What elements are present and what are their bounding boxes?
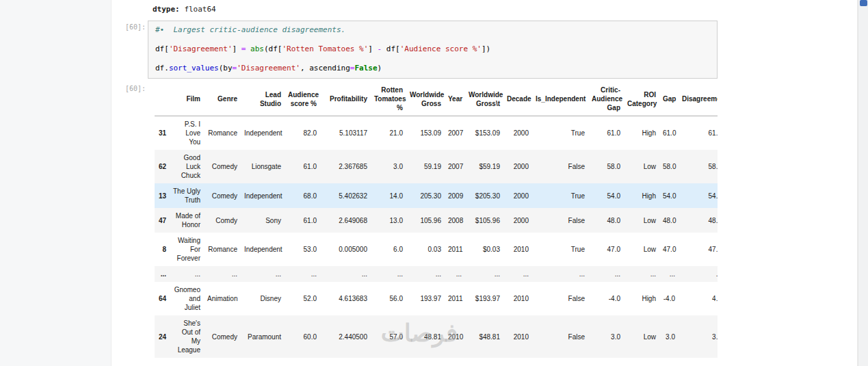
code-token: ]	[233, 44, 241, 53]
column-header: Decade	[503, 82, 532, 116]
table-cell: ...	[320, 266, 371, 282]
table-cell: 4.0	[679, 282, 718, 315]
table-cell: ...	[659, 266, 679, 282]
column-header: Lead Studio	[241, 82, 285, 116]
code-token: 'Rotten Tomatoes %'	[282, 44, 368, 53]
table-cell: 5.402632	[320, 183, 371, 208]
table-cell: 2000	[503, 208, 532, 233]
table-cell: 82.0	[285, 116, 320, 151]
row-index: 8	[155, 233, 170, 266]
table-cell: 47.0	[679, 233, 718, 266]
column-header: Audience score %	[285, 82, 320, 116]
table-cell: $193.97	[465, 282, 503, 315]
table-cell: 0.03	[406, 233, 445, 266]
dataframe-table: FilmGenreLead StudioAudience score %Prof…	[155, 82, 718, 358]
dtype-value: float64	[184, 5, 215, 14]
table-cell: P.S. I Love You	[170, 116, 204, 151]
row-index: 62	[155, 150, 170, 183]
table-cell: 4.613683	[320, 282, 371, 315]
table-cell: ...	[624, 266, 659, 282]
code-editor[interactable]: #• Largest critic-audience disagreements…	[148, 21, 718, 79]
table-cell: Paramount	[241, 315, 285, 358]
table-cell: 54.0	[679, 183, 718, 208]
column-header: Year	[445, 82, 465, 116]
table-cell: 52.0	[285, 282, 320, 315]
table-cell: Good Luck Chuck	[170, 150, 204, 183]
index-column-header	[155, 82, 170, 116]
column-header: ROI Category	[624, 82, 659, 116]
table-row: 13The Ugly TruthComedyIndependent68.05.4…	[155, 183, 718, 208]
table-cell: The Ugly Truth	[170, 183, 204, 208]
table-cell: Comedy	[204, 183, 241, 208]
table-cell: 193.97	[406, 282, 445, 315]
column-header: Rotten Tomatoes %	[371, 82, 406, 116]
table-cell: Gnomeo and Juliet	[170, 282, 204, 315]
table-cell: Low	[624, 150, 659, 183]
table-cell: 153.09	[406, 116, 445, 151]
table-cell: 205.30	[406, 183, 445, 208]
table-cell: 2009	[445, 183, 465, 208]
table-cell: Comdy	[204, 208, 241, 233]
table-cell: $59.19	[465, 150, 503, 183]
code-token: 'Disagreement'	[237, 64, 300, 73]
table-cell: 2008	[445, 208, 465, 233]
code-token: sort_values	[169, 64, 219, 73]
table-cell: 53.0	[285, 233, 320, 266]
vertical-scrollbar[interactable]	[858, 0, 868, 366]
table-cell: Comedy	[204, 315, 241, 358]
table-cell: ...	[503, 266, 532, 282]
table-cell: ...	[170, 266, 204, 282]
code-token: (df[	[264, 44, 282, 53]
table-cell: 21.0	[371, 116, 406, 151]
table-cell: Low	[624, 315, 659, 358]
table-cell: 2007	[445, 116, 465, 151]
code-token: 'Audience score %'	[400, 44, 482, 53]
code-token: ]	[368, 44, 377, 53]
table-cell: 56.0	[371, 282, 406, 315]
code-token: df[	[155, 44, 169, 53]
table-cell: 61.0	[285, 208, 320, 233]
series-dtype-line: dtype: float64	[153, 5, 216, 14]
table-cell: 2010	[503, 233, 532, 266]
table-cell: 58.0	[659, 150, 679, 183]
row-index: 64	[155, 282, 170, 315]
table-cell: ...	[406, 266, 445, 282]
table-row: 64Gnomeo and JulietAnimationDisney52.04.…	[155, 282, 718, 315]
table-cell: 59.19	[406, 150, 445, 183]
table-cell: 48.0	[679, 208, 718, 233]
code-token: df.	[155, 64, 169, 73]
column-header: Worldwide Gross	[406, 82, 445, 116]
table-cell: -4.0	[588, 282, 624, 315]
table-cell: 2010	[503, 282, 532, 315]
table-cell: True	[532, 233, 588, 266]
table-cell: Sony	[241, 208, 285, 233]
column-header: Critic-Audience Gap	[588, 82, 624, 116]
table-cell: 2011	[445, 282, 465, 315]
table-row: 62Good Luck ChuckComedyLionsgate61.02.36…	[155, 150, 718, 183]
column-header: Genre	[204, 82, 241, 116]
row-index: 31	[155, 116, 170, 151]
code-line	[155, 35, 710, 44]
table-row: 8Waiting For ForeverRomanceIndependent53…	[155, 233, 718, 266]
table-cell: ...	[285, 266, 320, 282]
table-cell: 58.0	[588, 150, 624, 183]
table-cell: Independent	[241, 116, 285, 151]
table-cell: 61.0	[659, 116, 679, 151]
table-cell: ...	[241, 266, 285, 282]
table-cell: Animation	[204, 282, 241, 315]
table-cell: ...	[465, 266, 503, 282]
scrollbar-thumb[interactable]	[860, 0, 867, 6]
table-cell: High	[624, 282, 659, 315]
table-cell: Made of Honor	[170, 208, 204, 233]
row-index: 47	[155, 208, 170, 233]
table-cell: 61.0	[285, 150, 320, 183]
table-cell: 58.0	[679, 150, 718, 183]
table-cell: ...	[445, 266, 465, 282]
table-cell: Independent	[241, 233, 285, 266]
table-cell: False	[532, 315, 588, 358]
table-cell: 13.0	[371, 208, 406, 233]
table-cell: $0.03	[465, 233, 503, 266]
code-token: df[	[382, 44, 400, 53]
table-cell: She's Out of My League	[170, 315, 204, 358]
table-cell: 48.0	[659, 208, 679, 233]
